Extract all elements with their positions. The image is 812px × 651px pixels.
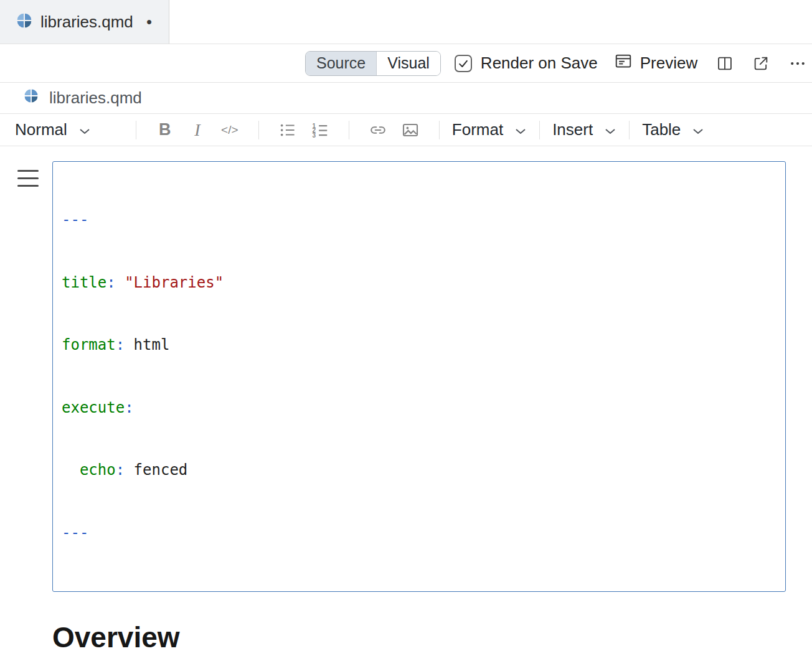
- open-external-icon[interactable]: [752, 55, 770, 72]
- formatting-toolbar: Normal B I </> 123: [0, 113, 812, 146]
- yaml-front-matter[interactable]: --- title: "Libraries" format: html exec…: [52, 161, 786, 592]
- toolbar-separator: [349, 121, 349, 139]
- heading-overview[interactable]: Overview: [52, 621, 786, 651]
- link-icon: [369, 121, 387, 139]
- quarto-logo-icon: [16, 12, 32, 31]
- preview-button[interactable]: Preview: [614, 52, 697, 75]
- chevron-down-icon: [514, 120, 527, 139]
- yaml-line: format: html: [62, 335, 777, 356]
- tab-bar: libraries.qmd ●: [0, 0, 812, 44]
- table-menu-label: Table: [642, 120, 681, 139]
- toolbar-separator: [439, 121, 440, 139]
- toolbar-separator: [136, 121, 136, 139]
- bullet-list-icon: [278, 121, 297, 139]
- checkmark-icon: [457, 57, 470, 70]
- bold-button[interactable]: B: [149, 116, 181, 144]
- chevron-down-icon: [78, 120, 91, 139]
- toolbar-separator: [258, 121, 259, 139]
- breadcrumb-file-name[interactable]: libraries.qmd: [49, 88, 142, 108]
- preview-label: Preview: [640, 54, 697, 73]
- image-button[interactable]: [394, 116, 427, 144]
- breadcrumb: libraries.qmd: [0, 83, 812, 113]
- split-editor-icon[interactable]: [716, 55, 734, 72]
- table-menu[interactable]: Table: [642, 120, 704, 139]
- tab-title: libraries.qmd: [40, 12, 133, 32]
- preview-icon: [614, 52, 633, 75]
- paragraph-style-label: Normal: [15, 120, 67, 139]
- source-visual-toggle: Source Visual: [305, 51, 441, 76]
- chevron-down-icon: [604, 120, 616, 139]
- paragraph-style-dropdown[interactable]: Normal: [15, 120, 91, 139]
- italic-button[interactable]: I: [181, 116, 214, 144]
- editor-window: libraries.qmd ● Source Visual Render on …: [0, 0, 812, 651]
- visual-toggle-button[interactable]: Visual: [376, 52, 440, 75]
- code-button[interactable]: </>: [214, 116, 246, 144]
- unsaved-dot-icon: ●: [146, 16, 153, 27]
- svg-text:3: 3: [312, 131, 316, 138]
- bullet-list-button[interactable]: [271, 116, 304, 144]
- format-menu[interactable]: Format: [452, 120, 527, 139]
- toolbar-separator: [539, 121, 540, 139]
- toolbar-separator: [629, 121, 630, 139]
- more-actions-ellipsis-icon[interactable]: [788, 54, 807, 73]
- insert-menu[interactable]: Insert: [552, 120, 616, 139]
- tab-libraries-qmd[interactable]: libraries.qmd ●: [0, 0, 169, 44]
- editor-toolbar: Source Visual Render on Save Preview: [0, 44, 812, 83]
- render-on-save-checkbox[interactable]: [455, 55, 472, 72]
- chevron-down-icon: [692, 120, 704, 139]
- editor-body[interactable]: --- title: "Libraries" format: html exec…: [0, 146, 812, 651]
- link-button[interactable]: [362, 116, 394, 144]
- numbered-list-icon: 123: [311, 121, 329, 139]
- yaml-line: execute:: [62, 398, 777, 419]
- source-toggle-button[interactable]: Source: [306, 52, 376, 75]
- quarto-logo-icon: [24, 88, 39, 108]
- drag-handle-icon[interactable]: [17, 170, 39, 192]
- insert-menu-label: Insert: [552, 120, 593, 139]
- yaml-line: ---: [62, 210, 777, 231]
- yaml-line: ---: [62, 523, 777, 544]
- yaml-line: title: "Libraries": [62, 273, 777, 294]
- render-on-save-control: Render on Save: [455, 54, 598, 73]
- format-menu-label: Format: [452, 120, 503, 139]
- render-on-save-label: Render on Save: [481, 54, 598, 73]
- yaml-line: echo: fenced: [62, 460, 777, 481]
- window-actions: [716, 54, 807, 73]
- yaml-block-container: --- title: "Libraries" format: html exec…: [52, 161, 786, 592]
- numbered-list-button[interactable]: 123: [304, 116, 336, 144]
- image-icon: [401, 121, 420, 139]
